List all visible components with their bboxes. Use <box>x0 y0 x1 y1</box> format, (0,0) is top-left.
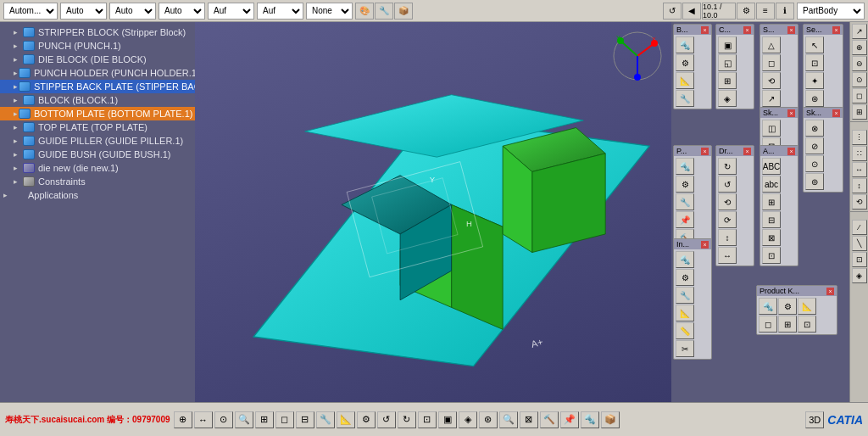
fp-btn-dr4[interactable]: ⟳ <box>718 211 737 228</box>
toolbar-btn-2[interactable]: 🔧 <box>375 3 393 20</box>
fp-btn-pk5[interactable]: ⊞ <box>778 316 797 333</box>
fp-btn-in6[interactable]: ✂ <box>676 340 694 357</box>
panel-S-header[interactable]: S... × <box>760 25 798 35</box>
fp-btn-in2[interactable]: ⚙ <box>676 269 694 286</box>
fp-btn-dr3[interactable]: ⟲ <box>718 193 737 210</box>
panel-P-close[interactable]: × <box>701 148 709 155</box>
bottom-icon-brand1[interactable]: 3D <box>805 411 824 428</box>
toolbar-btn-1[interactable]: 🎨 <box>355 3 374 20</box>
tree-item-top-plate[interactable]: ▸TOP PLATE (TOP PLATE) <box>0 120 195 134</box>
bottom-icon-6[interactable]: ◻ <box>275 411 294 428</box>
tree-item-block[interactable]: ▸BLOCK (BLOCK.1) <box>0 93 195 107</box>
tree-item-applications[interactable]: ▸Applications <box>0 188 195 202</box>
bottom-icon-16[interactable]: ⊛ <box>479 411 498 428</box>
bottom-icon-21[interactable]: 🔩 <box>581 411 599 428</box>
fp-btn-s4[interactable]: ↗ <box>762 90 781 107</box>
far-btn-6[interactable]: ⊞ <box>852 104 867 120</box>
fp-btn-a4[interactable]: ⊟ <box>762 211 781 228</box>
fp-btn-se2[interactable]: ⊡ <box>805 54 824 71</box>
tree-item-punch[interactable]: ▸PUNCH (PUNCH.1) <box>0 39 195 53</box>
fp-btn-pk1[interactable]: 🔩 <box>759 298 777 315</box>
panel-C-header[interactable]: C... × <box>716 25 754 35</box>
fp-btn-dr6[interactable]: ↔ <box>718 247 737 264</box>
bottom-icon-1[interactable]: ⊕ <box>174 411 192 428</box>
fp-btn-pk6[interactable]: ⊡ <box>798 316 816 333</box>
far-btn-10[interactable]: ↕ <box>852 178 867 193</box>
fp-btn-a2[interactable]: abc <box>762 176 781 193</box>
fp-btn-se3[interactable]: ✦ <box>805 72 824 89</box>
bottom-icon-10[interactable]: ⚙ <box>357 411 376 428</box>
3d-viewport[interactable]: Y H A+ X Y Z <box>195 22 671 402</box>
far-btn-1[interactable]: ↗ <box>852 24 867 39</box>
tree-item-punch-holder[interactable]: ▸PUNCH HOLDER (PUNCH HOLDER.1) <box>0 66 195 80</box>
tree-item-die-block[interactable]: ▸DIE BLOCK (DIE BLOCK) <box>0 53 195 66</box>
far-btn-3[interactable]: ⊖ <box>852 56 867 71</box>
tree-item-die-new[interactable]: ▸die new (die new.1) <box>0 161 195 175</box>
bottom-icon-19[interactable]: 🔨 <box>540 411 559 428</box>
panel-A-close[interactable]: × <box>787 148 795 155</box>
toolbar-dropdown-2[interactable]: Auto <box>60 3 107 20</box>
far-btn-5[interactable]: ◻ <box>852 88 867 103</box>
far-btn-15[interactable]: ◈ <box>852 268 867 283</box>
panel-In-close[interactable]: × <box>701 241 709 249</box>
panel-Dr-close[interactable]: × <box>743 148 751 155</box>
fp-btn-c2[interactable]: ◱ <box>718 54 737 71</box>
toolbar-dropdown-4[interactable]: Auto <box>159 3 205 20</box>
panel-A-header[interactable]: A... × <box>760 146 798 156</box>
fp-btn-dr2[interactable]: ↺ <box>718 176 737 193</box>
far-btn-4[interactable]: ⊙ <box>852 72 867 87</box>
panel-Sk2-close[interactable]: × <box>832 109 840 117</box>
tree-item-constraints[interactable]: ▸Constraints <box>0 175 195 188</box>
tree-item-stripper-block[interactable]: ▸STRIPPER BLOCK (Stripper Block) <box>0 25 195 39</box>
toolbar-btn-3[interactable]: 📦 <box>394 3 413 20</box>
fp-btn-a5[interactable]: ⊠ <box>762 229 781 246</box>
refresh-btn[interactable]: ↺ <box>663 3 682 20</box>
fp-btn-in5[interactable]: 📏 <box>676 322 694 339</box>
far-btn-7[interactable]: ⋮ <box>852 130 867 145</box>
bottom-icon-5[interactable]: ⊞ <box>255 411 274 428</box>
info-btn[interactable]: ℹ <box>776 3 794 20</box>
far-btn-13[interactable]: ╲ <box>852 236 867 251</box>
fp-btn-2[interactable]: ⚙ <box>676 54 694 71</box>
toolbar-dropdown-3[interactable]: Auto <box>109 3 156 20</box>
fp-btn-sk22[interactable]: ⊘ <box>805 137 824 154</box>
far-btn-12[interactable]: ⁄ <box>852 220 867 235</box>
panel-Sk1-close[interactable]: × <box>787 109 795 117</box>
panel-C-close[interactable]: × <box>743 26 751 34</box>
bottom-icon-12[interactable]: ↻ <box>398 411 416 428</box>
bottom-icon-18[interactable]: ⊠ <box>520 411 538 428</box>
fp-btn-p1[interactable]: 🔩 <box>676 158 694 175</box>
tree-item-guide-bush[interactable]: ▸GUIDE BUSH (GUIDE BUSH.1) <box>0 148 195 161</box>
bottom-icon-22[interactable]: 📦 <box>601 411 620 428</box>
toolbar-dropdown-1[interactable]: Autom... <box>3 3 58 20</box>
panel-Dr-header[interactable]: Dr... × <box>716 146 754 156</box>
bottom-icon-4[interactable]: 🔍 <box>235 411 253 428</box>
fp-btn-c1[interactable]: ▣ <box>718 36 737 53</box>
fp-btn-dr5[interactable]: ↕ <box>718 229 737 246</box>
fp-btn-p4[interactable]: 📌 <box>676 211 694 228</box>
fp-btn-sk24[interactable]: ⊚ <box>805 173 824 190</box>
fp-btn-s2[interactable]: ◻ <box>762 54 781 71</box>
fp-btn-dr1[interactable]: ↻ <box>718 158 737 175</box>
fp-btn-s1[interactable]: △ <box>762 36 781 53</box>
fp-btn-c3[interactable]: ⊞ <box>718 72 737 89</box>
fp-btn-in4[interactable]: 📐 <box>676 305 694 321</box>
back-btn[interactable]: ◀ <box>682 3 701 20</box>
fp-btn-s3[interactable]: ⟲ <box>762 72 781 89</box>
fp-btn-a6[interactable]: ⊡ <box>762 247 781 264</box>
fp-btn-p2[interactable]: ⚙ <box>676 176 694 193</box>
fp-btn-3[interactable]: 📐 <box>676 72 694 89</box>
tree-item-guide-piller[interactable]: ▸GUIDE PILLER (GUIDE PILLER.1) <box>0 134 195 148</box>
bottom-icon-7[interactable]: ⊟ <box>296 411 314 428</box>
tree-item-bottom-plate[interactable]: ▸BOTTOM PLATE (BOTTOM PLATE.1) <box>0 107 195 120</box>
fp-btn-in1[interactable]: 🔩 <box>676 251 694 268</box>
bottom-icon-2[interactable]: ↔ <box>194 411 213 428</box>
fp-btn-pk2[interactable]: ⚙ <box>778 298 797 315</box>
fp-btn-pk4[interactable]: ◻ <box>759 316 777 333</box>
fp-btn-sk11[interactable]: ◫ <box>762 120 781 137</box>
panel-P-header[interactable]: P... × <box>674 146 711 156</box>
bottom-icon-8[interactable]: 🔧 <box>316 411 335 428</box>
fp-btn-a3[interactable]: ⊞ <box>762 193 781 210</box>
bottom-icon-17[interactable]: 🔍 <box>499 411 518 428</box>
toolbar-dropdown-7[interactable]: None <box>306 3 353 20</box>
